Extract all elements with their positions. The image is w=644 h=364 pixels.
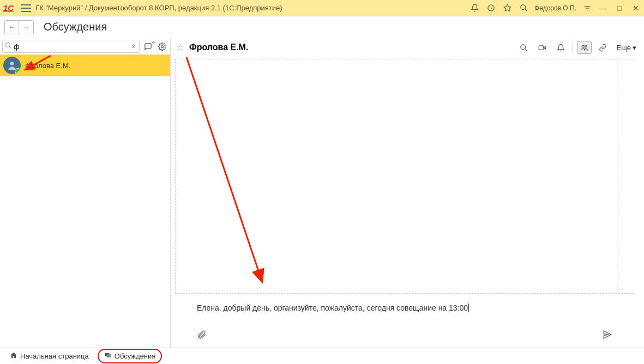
- messages-empty: [176, 59, 618, 293]
- search-icon: [5, 42, 12, 51]
- bottom-tabs: Начальная страница Обсуждения: [0, 348, 644, 364]
- svg-point-9: [161, 45, 163, 47]
- more-menu-button[interactable]: Еще ▾: [615, 43, 639, 53]
- tab-discussions[interactable]: Обсуждения: [98, 349, 162, 363]
- star-icon[interactable]: [502, 3, 513, 14]
- participants-rail: [618, 59, 634, 293]
- close-button[interactable]: ✕: [631, 3, 641, 13]
- svg-point-10: [10, 62, 14, 65]
- bell-icon[interactable]: [469, 3, 480, 14]
- contact-name: Фролова Е.М.: [25, 62, 70, 70]
- svg-line-12: [525, 48, 527, 51]
- svg-point-11: [521, 44, 526, 49]
- home-icon: [10, 351, 17, 361]
- tab-home-label: Начальная страница: [20, 352, 89, 360]
- window-titlebar: 1С ГК "Меркурий" / Документооборот 8 КОР…: [0, 0, 644, 16]
- new-chat-button[interactable]: +: [142, 40, 154, 52]
- avatar: [3, 57, 21, 74]
- sidebar-search-box[interactable]: ×: [2, 40, 140, 53]
- discussions-icon: [104, 351, 112, 361]
- send-icon[interactable]: [603, 330, 612, 342]
- nav-row: ← → Обсуждения: [0, 16, 644, 38]
- svg-marker-17: [604, 331, 611, 338]
- svg-point-16: [585, 45, 587, 47]
- favorite-star-icon[interactable]: ☆: [176, 41, 185, 53]
- chat-messages-area: [175, 59, 634, 293]
- participants-icon[interactable]: [577, 41, 592, 54]
- svg-rect-19: [106, 354, 111, 357]
- sidebar: × + Фролова Е.М.: [0, 38, 171, 348]
- chat-title: Фролова Е.М.: [189, 43, 517, 52]
- search-icon[interactable]: [518, 3, 529, 14]
- tab-home[interactable]: Начальная страница: [4, 350, 94, 362]
- sidebar-search-input[interactable]: [14, 43, 130, 51]
- clear-search-icon[interactable]: ×: [130, 42, 137, 51]
- sidebar-search-row: × +: [0, 38, 170, 54]
- gear-icon[interactable]: [156, 40, 168, 52]
- svg-point-15: [582, 45, 584, 47]
- main-menu-button[interactable]: [21, 4, 31, 12]
- svg-line-8: [9, 46, 11, 48]
- video-call-icon[interactable]: [535, 41, 550, 54]
- attach-icon[interactable]: [197, 330, 207, 342]
- nav-forward-button[interactable]: →: [19, 21, 33, 34]
- chevron-down-icon: ▾: [633, 44, 636, 52]
- tab-discussions-label: Обсуждения: [115, 352, 156, 360]
- history-icon[interactable]: [485, 3, 496, 14]
- toolbar-divider: [573, 43, 573, 52]
- minimize-button[interactable]: —: [598, 3, 608, 13]
- svg-marker-1: [504, 4, 511, 11]
- contact-item[interactable]: Фролова Е.М.: [0, 54, 170, 76]
- svg-line-3: [525, 9, 527, 11]
- notifications-icon[interactable]: [554, 41, 568, 54]
- user-name[interactable]: Федоров О.П.: [534, 4, 576, 12]
- logo-1c: 1С: [3, 3, 14, 13]
- compose-input[interactable]: Елена, добрый день, организуйте, пожалуй…: [175, 294, 634, 326]
- page-title: Обсуждения: [44, 21, 107, 33]
- compose-text: Елена, добрый день, организуйте, пожалуй…: [197, 304, 468, 312]
- titlebar-tools: Федоров О.П.: [469, 3, 593, 14]
- chat-toolbar: Еще ▾: [517, 41, 639, 54]
- window-title: ГК "Меркурий" / Документооборот 8 КОРП, …: [35, 4, 469, 12]
- more-label: Еще: [617, 44, 631, 52]
- maximize-button[interactable]: □: [615, 3, 624, 13]
- compose-area: Елена, добрый день, организуйте, пожалуй…: [175, 293, 634, 348]
- main-area: × + Фролова Е.М. ☆ Фролова Е.М.: [0, 38, 644, 348]
- filter-icon[interactable]: [582, 3, 593, 14]
- nav-buttons: ← →: [4, 20, 34, 34]
- chat-header: ☆ Фролова Е.М.: [171, 38, 644, 57]
- nav-back-button[interactable]: ←: [5, 21, 19, 34]
- svg-point-2: [520, 5, 525, 10]
- chat-panel: ☆ Фролова Е.М.: [171, 38, 644, 348]
- svg-rect-13: [539, 45, 544, 50]
- window-controls: — □ ✕: [598, 3, 641, 13]
- compose-toolbar: [175, 326, 634, 348]
- chat-search-icon[interactable]: [517, 41, 531, 54]
- svg-point-7: [6, 43, 10, 47]
- link-icon[interactable]: [596, 41, 610, 54]
